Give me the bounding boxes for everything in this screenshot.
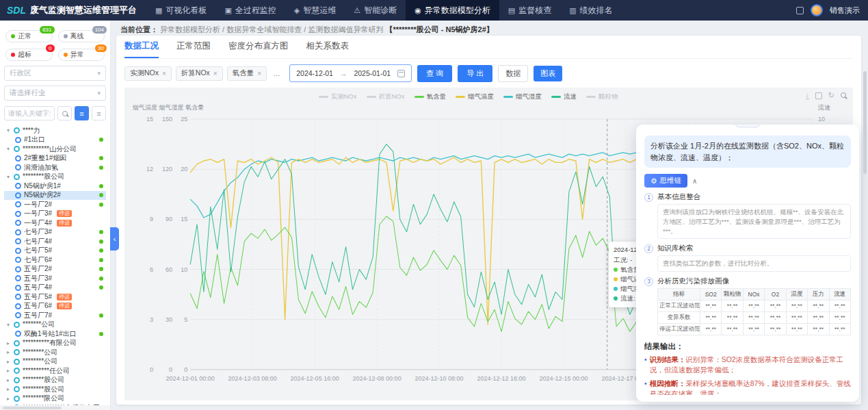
tree-item[interactable]: 五号厂6#停运	[4, 302, 106, 311]
chart-legend: 实测NOx折算NOx氧含量烟气温度烟气湿度流速颗粒物	[166, 92, 771, 101]
legend-item[interactable]: 氧含量	[415, 92, 447, 101]
save-image-icon[interactable]: ↓	[806, 92, 809, 99]
close-icon[interactable]: ×	[257, 70, 261, 77]
export-button[interactable]: 导 出	[458, 65, 492, 82]
horizontal-scrollbar[interactable]	[0, 405, 111, 410]
close-icon[interactable]: ×	[162, 70, 166, 77]
legend-item[interactable]: 颗粒物	[586, 92, 618, 101]
legend-item[interactable]: 流速	[551, 92, 577, 101]
status-filter[interactable]: 正常631	[5, 30, 53, 42]
tree-group[interactable]: ▸********股公司	[4, 385, 106, 394]
nav-item-supervision[interactable]: ▤监督核查	[499, 0, 560, 21]
zoom-icon[interactable]	[841, 92, 846, 98]
avatar[interactable]	[811, 4, 823, 16]
tree-item[interactable]: 七号厂5#	[4, 246, 106, 256]
tree-item[interactable]: 润滑油加氢	[4, 163, 106, 172]
status-filter[interactable]: 离线104	[58, 30, 105, 42]
legend-item[interactable]: 烟气温度	[456, 92, 494, 101]
tree-group[interactable]: ▾**********山分公司	[4, 144, 106, 154]
legend-item[interactable]: 实测NOx	[319, 92, 357, 101]
table-cell: **.**	[786, 324, 807, 335]
tab-数据工况[interactable]: 数据工况	[124, 36, 159, 58]
restore-icon[interactable]: ↻	[828, 92, 834, 99]
tree-group[interactable]: ▸********股公司	[4, 376, 106, 385]
query-button[interactable]: 查 询	[417, 65, 452, 82]
tree-item[interactable]: 七号厂4#	[4, 237, 106, 246]
legend-marker	[456, 96, 465, 98]
tree-item[interactable]: 五号厂4#	[4, 283, 106, 293]
nav-item-kanban[interactable]: ▦可视化看板	[146, 0, 215, 21]
legend-item[interactable]: 烟气湿度	[503, 92, 542, 101]
search-button[interactable]	[57, 106, 72, 120]
vertical-scrollbar[interactable]	[863, 23, 867, 407]
status-filter[interactable]: 异常30	[58, 49, 105, 61]
tree-item[interactable]: 七号厂6#	[4, 255, 106, 265]
collapse-caret-icon[interactable]: ∧	[692, 177, 697, 185]
tree-group[interactable]: ▾*******公司	[4, 320, 106, 330]
tree-group[interactable]: ▾****力	[4, 126, 106, 136]
data-view-button[interactable]: 数据	[498, 65, 528, 82]
legend-item[interactable]: 折算NOx	[367, 92, 405, 101]
tree-group[interactable]: ▸********限公司	[4, 394, 106, 404]
filter-chip[interactable]: 折算NOx×	[176, 66, 223, 81]
filter-chip[interactable]: 实测NOx×	[124, 66, 172, 81]
data-view-icon[interactable]	[815, 92, 822, 99]
search-input[interactable]	[4, 106, 55, 120]
arrow-right-icon: →	[340, 69, 347, 77]
device-tree: ▾****力#1出口▾**********山分公司2#重整1#烟囱润滑油加氢▾*…	[4, 126, 106, 410]
nav-item-diagnosis[interactable]: ⚠智能诊断	[345, 0, 406, 21]
status-indicator	[99, 184, 103, 188]
caret-right-icon: ▸	[5, 386, 11, 392]
industry-select[interactable]: 请选择行业 ▾	[4, 86, 106, 101]
nav-item-label: 异常数据模型分析	[425, 5, 490, 16]
view-toggle-tree[interactable]: ≡	[92, 106, 106, 120]
tree-item[interactable]: #1出口	[4, 136, 106, 145]
filter-overflow[interactable]: ...	[272, 69, 281, 77]
tree-item[interactable]: 双酶1号站1#出口	[4, 329, 106, 339]
tab-密度分布直方图[interactable]: 密度分布直方图	[228, 36, 289, 58]
svg-text:30: 30	[166, 316, 172, 323]
date-start[interactable]: 2024-12-01	[296, 69, 333, 77]
nav-item-model-analysis[interactable]: ◉异常数据模型分析	[406, 0, 499, 21]
tree-group[interactable]: ▸********公司	[4, 348, 106, 357]
tree-item[interactable]: 五号厂5#停运	[4, 292, 106, 302]
tree-item[interactable]: 七号厂3#	[4, 228, 106, 238]
tree-item[interactable]: N5锅炉房1#	[4, 181, 106, 191]
view-toggle-list[interactable]: ≡	[75, 106, 89, 120]
date-range-picker[interactable]: 2024-12-01 → 2025-01-01	[289, 64, 412, 82]
tree-item[interactable]: 一号厂2#	[4, 200, 106, 209]
date-end[interactable]: 2025-01-01	[354, 69, 391, 77]
close-icon[interactable]: ×	[213, 70, 218, 77]
tree-group[interactable]: ▸**********有限公司	[4, 339, 106, 348]
fullscreen-icon[interactable]	[796, 7, 804, 14]
region-select[interactable]: 行政区 ▾	[4, 66, 106, 81]
tree-item-label: 五号厂3#	[24, 274, 52, 283]
chart-view-button[interactable]: 图表	[534, 66, 562, 81]
thought-chain-chip[interactable]: ⚙ 思维链	[644, 174, 687, 188]
tree-item[interactable]: 五号厂2#	[4, 265, 106, 274]
nav-item-ops[interactable]: ◈智慧运维	[285, 0, 345, 21]
status-filter[interactable]: 超标0	[5, 49, 53, 61]
tooltip-series-dot	[614, 268, 618, 272]
tree-item[interactable]: 一号厂3#停运	[4, 209, 106, 219]
outlet-icon	[15, 192, 21, 198]
tree-group[interactable]: ▾********股公司	[4, 172, 106, 182]
tab-相关系数表[interactable]: 相关系数表	[306, 36, 350, 58]
nav-item-monitor[interactable]: ▣全过程监控	[215, 0, 285, 21]
caret-down-icon: ▾	[5, 127, 11, 133]
nav-item-performance[interactable]: ▥绩效排名	[560, 0, 621, 21]
scrollbar-thumb[interactable]	[863, 71, 867, 174]
sidebar-collapse-handle[interactable]: ‹	[110, 227, 119, 251]
tree-item[interactable]: N5锅炉房2#	[4, 191, 106, 201]
tree-item[interactable]: 五号厂7#	[4, 311, 106, 320]
tree-group[interactable]: ▸**********任公司	[4, 366, 106, 376]
sidebar: 正常631离线104超标0异常30 行政区 ▾ 请选择行业 ▾ ≡ ≡ ▾***…	[0, 21, 111, 410]
tree-group[interactable]: ▸********公司	[4, 357, 106, 367]
filter-chip[interactable]: 氧含量×	[227, 66, 267, 81]
tree-item[interactable]: 五号厂3#	[4, 274, 106, 283]
scrollbar-thumb[interactable]	[3, 407, 62, 409]
tree-item[interactable]: 2#重整1#烟囱	[4, 154, 106, 164]
tree-item[interactable]: 一号厂4#停运	[4, 218, 106, 228]
organization-icon	[14, 127, 20, 133]
tab-正常范围[interactable]: 正常范围	[176, 36, 211, 58]
